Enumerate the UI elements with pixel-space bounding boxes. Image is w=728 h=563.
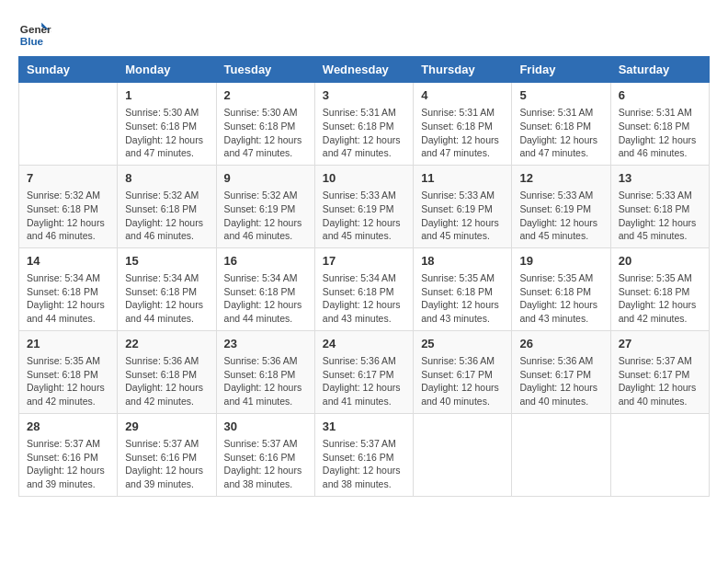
cell-content: Sunrise: 5:32 AMSunset: 6:18 PMDaylight:… — [27, 189, 109, 243]
cell-content: Sunrise: 5:34 AMSunset: 6:18 PMDaylight:… — [27, 271, 109, 326]
calendar-cell: 2Sunrise: 5:30 AMSunset: 6:18 PMDaylight… — [216, 83, 314, 166]
cell-content: Sunrise: 5:34 AMSunset: 6:18 PMDaylight:… — [323, 271, 405, 326]
calendar-cell: 12Sunrise: 5:33 AMSunset: 6:19 PMDayligh… — [512, 165, 610, 247]
calendar-cell: 17Sunrise: 5:34 AMSunset: 6:18 PMDayligh… — [314, 247, 413, 330]
calendar-cell — [512, 413, 610, 496]
day-number: 4 — [421, 87, 504, 104]
calendar-cell: 1Sunrise: 5:30 AMSunset: 6:18 PMDaylight… — [118, 83, 216, 166]
cell-content: Sunrise: 5:37 AMSunset: 6:17 PMDaylight:… — [619, 354, 701, 408]
calendar-cell: 8Sunrise: 5:32 AMSunset: 6:18 PMDaylight… — [118, 165, 216, 247]
header-day-sunday: Sunday — [19, 57, 118, 83]
header-row: SundayMondayTuesdayWednesdayThursdayFrid… — [19, 57, 710, 83]
cell-content: Sunrise: 5:37 AMSunset: 6:16 PMDaylight:… — [323, 437, 405, 491]
day-number: 16 — [224, 253, 307, 270]
page-header: General Blue — [18, 18, 710, 52]
day-number: 11 — [421, 170, 504, 187]
day-number: 1 — [125, 87, 208, 104]
cell-content: Sunrise: 5:37 AMSunset: 6:16 PMDaylight:… — [125, 437, 208, 491]
day-number: 10 — [323, 170, 405, 187]
day-number: 29 — [125, 419, 208, 435]
day-number: 9 — [224, 170, 307, 187]
calendar-cell: 14Sunrise: 5:34 AMSunset: 6:18 PMDayligh… — [19, 247, 118, 330]
calendar-cell: 7Sunrise: 5:32 AMSunset: 6:18 PMDaylight… — [19, 165, 118, 247]
day-number: 14 — [27, 253, 109, 270]
cell-content: Sunrise: 5:36 AMSunset: 6:18 PMDaylight:… — [125, 354, 208, 408]
cell-content: Sunrise: 5:36 AMSunset: 6:17 PMDaylight:… — [323, 354, 405, 408]
calendar-cell: 18Sunrise: 5:35 AMSunset: 6:18 PMDayligh… — [414, 247, 512, 330]
calendar-header: SundayMondayTuesdayWednesdayThursdayFrid… — [19, 57, 710, 83]
day-number: 5 — [519, 87, 602, 104]
week-row-5: 28Sunrise: 5:37 AMSunset: 6:16 PMDayligh… — [19, 413, 710, 496]
calendar-cell: 16Sunrise: 5:34 AMSunset: 6:18 PMDayligh… — [216, 247, 314, 330]
cell-content: Sunrise: 5:33 AMSunset: 6:19 PMDaylight:… — [421, 189, 504, 243]
week-row-4: 21Sunrise: 5:35 AMSunset: 6:18 PMDayligh… — [19, 330, 710, 413]
cell-content: Sunrise: 5:32 AMSunset: 6:18 PMDaylight:… — [125, 189, 208, 243]
cell-content: Sunrise: 5:37 AMSunset: 6:16 PMDaylight:… — [27, 437, 109, 491]
day-number: 31 — [323, 419, 405, 435]
day-number: 3 — [323, 87, 405, 104]
calendar-cell: 30Sunrise: 5:37 AMSunset: 6:16 PMDayligh… — [216, 413, 314, 496]
cell-content: Sunrise: 5:30 AMSunset: 6:18 PMDaylight:… — [224, 106, 307, 160]
cell-content: Sunrise: 5:33 AMSunset: 6:18 PMDaylight:… — [619, 189, 701, 243]
day-number: 7 — [27, 170, 109, 187]
day-number: 8 — [125, 170, 208, 187]
cell-content: Sunrise: 5:35 AMSunset: 6:18 PMDaylight:… — [619, 271, 701, 326]
calendar-cell: 3Sunrise: 5:31 AMSunset: 6:18 PMDaylight… — [314, 83, 413, 166]
cell-content: Sunrise: 5:35 AMSunset: 6:18 PMDaylight:… — [519, 271, 602, 326]
calendar-cell: 4Sunrise: 5:31 AMSunset: 6:18 PMDaylight… — [414, 83, 512, 166]
day-number: 28 — [27, 419, 109, 435]
calendar-cell: 15Sunrise: 5:34 AMSunset: 6:18 PMDayligh… — [118, 247, 216, 330]
day-number: 19 — [519, 253, 602, 270]
calendar-cell: 13Sunrise: 5:33 AMSunset: 6:18 PMDayligh… — [610, 165, 709, 247]
cell-content: Sunrise: 5:31 AMSunset: 6:18 PMDaylight:… — [323, 106, 405, 160]
cell-content: Sunrise: 5:31 AMSunset: 6:18 PMDaylight:… — [619, 106, 701, 160]
calendar-cell: 5Sunrise: 5:31 AMSunset: 6:18 PMDaylight… — [512, 83, 610, 166]
calendar-cell: 11Sunrise: 5:33 AMSunset: 6:19 PMDayligh… — [414, 165, 512, 247]
calendar-cell: 29Sunrise: 5:37 AMSunset: 6:16 PMDayligh… — [118, 413, 216, 496]
calendar-cell — [610, 413, 709, 496]
cell-content: Sunrise: 5:34 AMSunset: 6:18 PMDaylight:… — [224, 271, 307, 326]
header-day-friday: Friday — [512, 57, 610, 83]
cell-content: Sunrise: 5:34 AMSunset: 6:18 PMDaylight:… — [125, 271, 208, 326]
calendar-body: 1Sunrise: 5:30 AMSunset: 6:18 PMDaylight… — [19, 83, 710, 497]
calendar-cell: 20Sunrise: 5:35 AMSunset: 6:18 PMDayligh… — [610, 247, 709, 330]
day-number: 12 — [519, 170, 602, 187]
day-number: 25 — [421, 336, 504, 352]
calendar-cell: 21Sunrise: 5:35 AMSunset: 6:18 PMDayligh… — [19, 330, 118, 413]
calendar-cell: 28Sunrise: 5:37 AMSunset: 6:16 PMDayligh… — [19, 413, 118, 496]
week-row-1: 1Sunrise: 5:30 AMSunset: 6:18 PMDaylight… — [19, 83, 710, 166]
cell-content: Sunrise: 5:35 AMSunset: 6:18 PMDaylight:… — [27, 354, 109, 408]
cell-content: Sunrise: 5:31 AMSunset: 6:18 PMDaylight:… — [421, 106, 504, 160]
cell-content: Sunrise: 5:32 AMSunset: 6:19 PMDaylight:… — [224, 189, 307, 243]
cell-content: Sunrise: 5:36 AMSunset: 6:18 PMDaylight:… — [224, 354, 307, 408]
calendar-cell: 19Sunrise: 5:35 AMSunset: 6:18 PMDayligh… — [512, 247, 610, 330]
day-number: 17 — [323, 253, 405, 270]
calendar-cell: 9Sunrise: 5:32 AMSunset: 6:19 PMDaylight… — [216, 165, 314, 247]
week-row-2: 7Sunrise: 5:32 AMSunset: 6:18 PMDaylight… — [19, 165, 710, 247]
cell-content: Sunrise: 5:36 AMSunset: 6:17 PMDaylight:… — [421, 354, 504, 408]
day-number: 23 — [224, 336, 307, 352]
cell-content: Sunrise: 5:37 AMSunset: 6:16 PMDaylight:… — [224, 437, 307, 491]
cell-content: Sunrise: 5:31 AMSunset: 6:18 PMDaylight:… — [519, 106, 602, 160]
header-day-tuesday: Tuesday — [216, 57, 314, 83]
calendar-cell: 6Sunrise: 5:31 AMSunset: 6:18 PMDaylight… — [610, 83, 709, 166]
calendar-cell: 26Sunrise: 5:36 AMSunset: 6:17 PMDayligh… — [512, 330, 610, 413]
day-number: 27 — [619, 336, 701, 352]
day-number: 15 — [125, 253, 208, 270]
calendar-cell: 10Sunrise: 5:33 AMSunset: 6:19 PMDayligh… — [314, 165, 413, 247]
header-day-wednesday: Wednesday — [314, 57, 413, 83]
calendar-cell: 23Sunrise: 5:36 AMSunset: 6:18 PMDayligh… — [216, 330, 314, 413]
calendar-cell: 24Sunrise: 5:36 AMSunset: 6:17 PMDayligh… — [314, 330, 413, 413]
day-number: 2 — [224, 87, 307, 104]
calendar-cell: 27Sunrise: 5:37 AMSunset: 6:17 PMDayligh… — [610, 330, 709, 413]
cell-content: Sunrise: 5:36 AMSunset: 6:17 PMDaylight:… — [519, 354, 602, 408]
cell-content: Sunrise: 5:30 AMSunset: 6:18 PMDaylight:… — [125, 106, 208, 160]
day-number: 24 — [323, 336, 405, 352]
header-day-thursday: Thursday — [414, 57, 512, 83]
cell-content: Sunrise: 5:33 AMSunset: 6:19 PMDaylight:… — [323, 189, 405, 243]
calendar-cell: 22Sunrise: 5:36 AMSunset: 6:18 PMDayligh… — [118, 330, 216, 413]
day-number: 30 — [224, 419, 307, 435]
calendar-cell — [19, 83, 118, 166]
logo-icon: General Blue — [18, 18, 51, 52]
calendar-table: SundayMondayTuesdayWednesdayThursdayFrid… — [18, 56, 710, 497]
